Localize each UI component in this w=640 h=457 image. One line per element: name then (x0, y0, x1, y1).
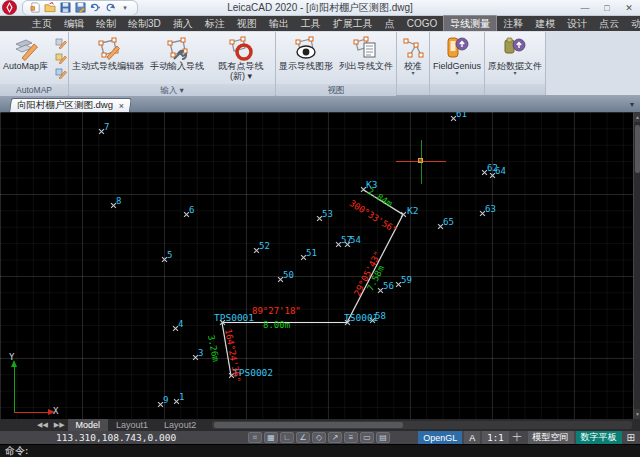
menu-tab-5[interactable]: 标注 (199, 16, 231, 32)
scale-button[interactable]: 1:1 (482, 431, 508, 444)
opengl-button[interactable]: OpenGL (418, 431, 462, 444)
point-label-8[interactable]: 8 (116, 196, 121, 206)
point-label-4[interactable]: 4 (178, 319, 183, 329)
point-label-53[interactable]: 53 (322, 209, 333, 219)
menu-tab-16[interactable]: 点云 (593, 16, 625, 32)
menu-tab-15[interactable]: 设计 (561, 16, 593, 32)
point-label-9[interactable]: 9 (163, 395, 168, 405)
point-label-54[interactable]: 54 (350, 235, 361, 245)
automap-edit-icon[interactable] (53, 51, 68, 65)
saveas-icon[interactable] (74, 2, 86, 14)
panel-label-input[interactable]: 输入 ▾ (69, 84, 275, 96)
open-file-icon[interactable] (44, 2, 56, 14)
vertical-scrollbar[interactable]: ▲ ▼ (633, 112, 640, 419)
menu-tab-3[interactable]: 绘制3D (122, 16, 167, 32)
station-marker-K2[interactable] (400, 211, 407, 218)
new-file-icon[interactable] (29, 2, 41, 14)
tab-nav-last-icon[interactable]: ▶▶ (51, 421, 68, 429)
menu-tab-1[interactable]: 编辑 (58, 16, 90, 32)
qat-customize-icon[interactable]: ▾ (119, 2, 131, 14)
point-label-59[interactable]: 59 (401, 275, 412, 285)
automap-settings-icon[interactable] (53, 66, 68, 80)
point-label-52[interactable]: 52 (259, 241, 270, 251)
grid-toggle-icon[interactable]: ▦ (264, 432, 278, 443)
station-label-TS0001[interactable]: TS0001 (344, 312, 378, 323)
horizontal-scrollbar[interactable] (212, 421, 632, 429)
polar-toggle-icon[interactable]: ∠ (296, 432, 310, 443)
point-label-50[interactable]: 50 (283, 270, 294, 280)
annotation-scale-icon[interactable]: A (464, 431, 480, 444)
raw-data-file-button[interactable]: 原始数据文件 ▾ (485, 34, 545, 84)
point-label-64[interactable]: 64 (495, 166, 506, 176)
dyn-toggle-icon[interactable]: ▭ (360, 432, 374, 443)
traverse-annotation-7[interactable]: 2.84m (366, 186, 394, 209)
minimize-button[interactable]: — (574, 0, 596, 15)
menu-tab-17[interactable]: 动画 (625, 16, 640, 32)
automap-library-button[interactable]: AutoMap库 (0, 34, 51, 84)
point-label-6[interactable]: 6 (189, 205, 194, 215)
menu-tab-12[interactable]: 导线测量 (443, 15, 497, 33)
esnap-toggle-icon[interactable]: ◇ (312, 432, 326, 443)
model-space-button[interactable]: 模型空间 (528, 431, 574, 444)
menu-tab-0[interactable]: 主页 (26, 16, 58, 32)
tab-list-dropdown-icon[interactable]: ▾ (630, 100, 634, 109)
close-button[interactable]: ✕ (618, 0, 640, 15)
redo-icon[interactable] (104, 2, 116, 14)
traverse-annotation-2[interactable]: 164°24'36" (223, 328, 242, 383)
active-traverse-editor-button[interactable]: 主动式导线编辑器 (69, 34, 147, 84)
point-label-63[interactable]: 63 (485, 204, 496, 214)
document-tab-close-icon[interactable]: × (119, 101, 124, 111)
etrack-toggle-icon[interactable]: ↗ (328, 432, 342, 443)
scroll-up-icon[interactable]: ▲ (634, 112, 640, 122)
show-traverse-graphics-button[interactable]: 显示导线图形 (276, 34, 336, 84)
coordinate-readout[interactable]: 113.310,108.743,0.000 (56, 432, 176, 443)
traverse-annotation-1[interactable]: 8.00m (263, 320, 290, 330)
maximize-button[interactable]: □ (596, 0, 618, 15)
point-label-56[interactable]: 56 (383, 281, 394, 291)
menu-tab-6[interactable]: 视图 (231, 16, 263, 32)
point-label-61[interactable]: 61 (456, 112, 467, 119)
tab-model[interactable]: Model (68, 419, 109, 431)
undo-icon[interactable] (89, 2, 101, 14)
point-label-3[interactable]: 3 (198, 348, 203, 358)
crosshair-toggle-icon[interactable]: 十 (509, 431, 526, 444)
calibration-dropdown-icon[interactable]: ▾ (412, 71, 415, 76)
digitizer-button[interactable]: 数字平板 (576, 431, 622, 444)
tablet-toggle-icon[interactable]: ▤ (376, 432, 390, 443)
station-label-K2[interactable]: K2 (407, 205, 418, 216)
traverse-annotation-0[interactable]: 89°27'18" (252, 306, 301, 316)
traverse-annotation-3[interactable]: 3.26m (206, 334, 221, 362)
fieldgenius-button[interactable]: FieldGenius ▾ (430, 34, 484, 84)
menu-tab-10[interactable]: 点 (379, 16, 401, 32)
manual-input-traverse-button[interactable]: 手动输入导线 (147, 34, 207, 84)
menu-tab-14[interactable]: 建模 (529, 16, 561, 32)
menu-tab-9[interactable]: 扩展工具 (327, 16, 379, 32)
lwt-toggle-icon[interactable]: ≡ (344, 432, 358, 443)
point-label-1[interactable]: 1 (179, 392, 184, 402)
workspace-grid-icon[interactable]: ⊞ (622, 432, 640, 443)
menu-tab-13[interactable]: 注释 (497, 16, 529, 32)
point-label-7[interactable]: 7 (104, 122, 109, 132)
leica-logo-icon[interactable] (2, 0, 17, 15)
snap-toggle-icon[interactable]: ⌗ (248, 432, 262, 443)
station-label-TPS0001[interactable]: TPS0001 (214, 312, 254, 323)
scroll-down-icon[interactable]: ▼ (634, 409, 640, 419)
tab-layout2[interactable]: Layout2 (156, 419, 204, 431)
menu-tab-7[interactable]: 输出 (263, 16, 295, 32)
point-label-5[interactable]: 5 (167, 250, 172, 260)
drawing-canvas[interactable]: Y X 786553525150575443916162646365565958… (0, 112, 633, 419)
horizontal-scroll-thumb[interactable] (214, 422, 403, 428)
calibration-button[interactable]: 校准 ▾ (397, 34, 429, 84)
list-traverse-file-button[interactable]: 列出导线文件 (336, 34, 396, 84)
existing-points-traverse-button[interactable]: 既有点导线 (新) ▾ (207, 34, 275, 84)
document-tab[interactable]: 向阳村棚户区测图.dwg × (9, 98, 132, 112)
raw-data-dropdown-icon[interactable]: ▾ (514, 71, 517, 76)
menu-tab-8[interactable]: 工具 (295, 16, 327, 32)
tab-layout1[interactable]: Layout1 (108, 419, 156, 431)
fieldgenius-dropdown-icon[interactable]: ▾ (456, 71, 459, 76)
tab-nav-first-icon[interactable]: ◀◀ (34, 421, 51, 429)
command-line[interactable]: 命令: (0, 444, 640, 457)
point-label-65[interactable]: 65 (443, 217, 454, 227)
menu-tab-11[interactable]: COGO (401, 17, 444, 30)
menu-tab-4[interactable]: 插入 (167, 16, 199, 32)
